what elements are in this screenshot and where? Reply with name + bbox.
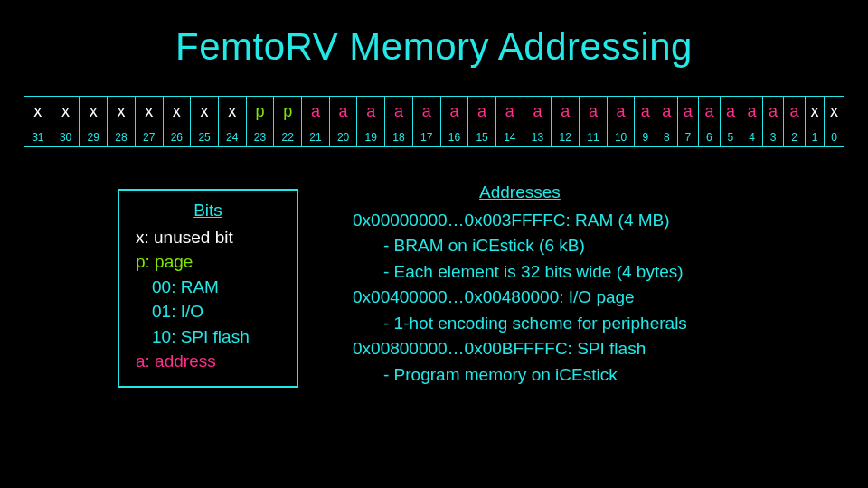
bit-num-31: 31 xyxy=(24,127,52,147)
bit-num-20: 20 xyxy=(329,127,357,147)
bit-glyph-19: a xyxy=(357,97,385,127)
bit-glyph-28: x xyxy=(108,97,136,127)
bit-num-5: 5 xyxy=(720,127,741,147)
bit-glyph-12: a xyxy=(552,97,580,127)
bit-glyph-14: a xyxy=(495,97,524,127)
bit-glyph-4: a xyxy=(741,97,763,127)
bit-num-28: 28 xyxy=(108,127,136,147)
bit-num-22: 22 xyxy=(274,127,302,147)
bit-glyph-11: a xyxy=(580,97,608,127)
bit-glyph-2: a xyxy=(784,97,806,127)
bit-num-4: 4 xyxy=(741,127,763,147)
bit-glyph-8: a xyxy=(656,97,678,127)
bit-num-1: 1 xyxy=(805,127,824,147)
bit-glyph-22: p xyxy=(274,97,302,127)
legend-p-10: 10: SPI flash xyxy=(136,324,280,350)
bit-glyph-1: x xyxy=(805,97,824,127)
bit-num-10: 10 xyxy=(607,127,635,147)
bit-num-23: 23 xyxy=(246,127,274,147)
bit-glyph-31: x xyxy=(24,97,52,127)
bit-glyph-17: a xyxy=(412,97,440,127)
addr-io-sub1: - 1-hot encoding scheme for peripherals xyxy=(353,311,687,337)
legend-p: p: page xyxy=(136,249,280,275)
bit-num-18: 18 xyxy=(385,127,413,147)
legend-p-00: 00: RAM xyxy=(136,275,280,300)
bit-glyph-21: a xyxy=(302,97,330,127)
bit-glyph-16: a xyxy=(440,97,468,127)
addresses-header: Addresses xyxy=(353,180,687,206)
page-title: FemtoRV Memory Addressing xyxy=(0,25,868,69)
bit-glyph-3: a xyxy=(762,97,784,127)
bits-legend-box: Bits x: unused bit p: page 00: RAM 01: I… xyxy=(118,189,298,388)
addr-io: 0x00400000…0x00480000: I/O page xyxy=(353,285,687,311)
bit-glyph-13: a xyxy=(524,97,552,127)
addr-ram: 0x00000000…0x003FFFFC: RAM (4 MB) xyxy=(353,208,687,234)
bit-glyph-29: x xyxy=(80,97,108,127)
bit-num-19: 19 xyxy=(357,127,385,147)
addresses-box: Addresses 0x00000000…0x003FFFFC: RAM (4 … xyxy=(353,180,687,388)
bit-glyph-24: x xyxy=(218,97,246,127)
bit-num-15: 15 xyxy=(468,127,496,147)
bit-num-0: 0 xyxy=(825,127,844,147)
bit-glyph-18: a xyxy=(385,97,413,127)
bit-num-25: 25 xyxy=(191,127,219,147)
addr-ram-sub1: - BRAM on iCEstick (6 kB) xyxy=(353,233,687,259)
bit-num-9: 9 xyxy=(635,127,656,147)
bit-num-6: 6 xyxy=(699,127,721,147)
bit-glyph-10: a xyxy=(607,97,635,127)
addr-spi: 0x00800000…0x00BFFFFC: SPI flash xyxy=(353,336,687,362)
addr-spi-sub1: - Program memory on iCEstick xyxy=(353,362,687,389)
bit-num-12: 12 xyxy=(552,127,580,147)
legend-p-01: 01: I/O xyxy=(136,299,280,324)
bit-glyph-9: a xyxy=(635,97,656,127)
bit-glyph-7: a xyxy=(677,97,699,127)
bit-num-21: 21 xyxy=(302,127,330,147)
bit-glyph-6: a xyxy=(699,97,721,127)
bit-num-26: 26 xyxy=(163,127,191,147)
bit-num-14: 14 xyxy=(495,127,524,147)
bit-num-30: 30 xyxy=(52,127,80,147)
bit-num-27: 27 xyxy=(135,127,163,147)
bit-num-29: 29 xyxy=(80,127,108,147)
bit-num-16: 16 xyxy=(440,127,468,147)
bits-legend-header: Bits xyxy=(136,198,280,223)
bit-glyph-15: a xyxy=(468,97,496,127)
bit-num-17: 17 xyxy=(412,127,440,147)
bit-num-8: 8 xyxy=(656,127,678,147)
legend-a: a: address xyxy=(136,349,280,374)
bit-glyph-25: x xyxy=(191,97,219,127)
bit-num-2: 2 xyxy=(784,127,806,147)
bit-glyph-27: x xyxy=(135,97,163,127)
bit-glyph-20: a xyxy=(329,97,357,127)
legend-x: x: unused bit xyxy=(136,225,280,250)
bit-glyph-26: x xyxy=(163,97,191,127)
bit-glyph-0: x xyxy=(825,97,844,127)
bit-num-24: 24 xyxy=(218,127,246,147)
bit-num-3: 3 xyxy=(762,127,784,147)
bit-num-11: 11 xyxy=(580,127,608,147)
addr-ram-sub2: - Each element is 32 bits wide (4 bytes) xyxy=(353,259,687,286)
bit-num-13: 13 xyxy=(524,127,552,147)
bit-layout-table: xxxxxxxxppaaaaaaaaaaaaaaaaaaaaxx 3130292… xyxy=(24,96,844,147)
bit-glyph-23: p xyxy=(246,97,274,127)
bit-glyph-5: a xyxy=(720,97,741,127)
bit-glyph-30: x xyxy=(52,97,80,127)
bit-num-7: 7 xyxy=(677,127,699,147)
